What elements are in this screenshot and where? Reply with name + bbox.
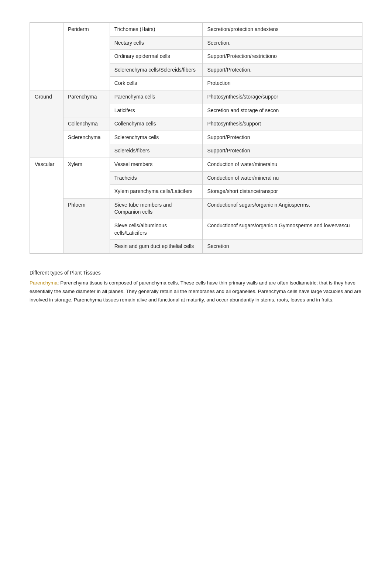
table-row: VascularXylemVessel membersConduction of…: [30, 158, 362, 171]
cell-type-cell: Sclerenchyma cells/Sclereids/fibers: [110, 63, 203, 77]
tissue-cell: Collenchyma: [63, 117, 110, 131]
cell-type-cell: Sclereids/fibers: [110, 144, 203, 158]
tissue-cell: Parenchyma: [63, 90, 110, 117]
function-cell: Protection: [203, 77, 362, 90]
desc-title: Different types of Plant Tissues: [30, 269, 362, 277]
cell-type-cell: Sieve cells/albuminous cells/Laticifers: [110, 219, 203, 239]
cell-type-cell: Vessel members: [110, 158, 203, 171]
table-row: GroundParenchymaParenchyma cellsPhotosyn…: [30, 90, 362, 104]
tissue-cell: Sclerenchyma: [63, 131, 110, 158]
cell-type-cell: Sclerenchyma cells: [110, 131, 203, 144]
cell-type-cell: Laticifers: [110, 104, 203, 117]
cell-type-cell: Nectary cells: [110, 36, 203, 50]
tissue-cell: Xylem: [63, 158, 110, 198]
tissue-cell: Periderm: [63, 23, 110, 90]
function-cell: Conductionof sugars/organic n Angiosperm…: [203, 198, 362, 219]
function-cell: Photosynthesis/support: [203, 117, 362, 131]
function-cell: Conduction of water/mineralnu: [203, 158, 362, 171]
tissue-cell: Phloem: [63, 198, 110, 253]
cell-type-cell: Collenchyma cells: [110, 117, 203, 131]
cell-type-cell: Cork cells: [110, 77, 203, 90]
cell-type-cell: Sieve tube members and Companion cells: [110, 198, 203, 219]
function-cell: Secretion/protection andextens: [203, 23, 362, 37]
function-cell: Support/Protection.: [203, 63, 362, 77]
cell-type-cell: Xylem parenchyma cells/Laticifers: [110, 185, 203, 199]
table-row: PhloemSieve tube members and Companion c…: [30, 198, 362, 219]
function-cell: Secretion and storage of secon: [203, 104, 362, 117]
cell-type-cell: Trichomes (Hairs): [110, 23, 203, 37]
function-cell: Support/Protection/restrictiono: [203, 50, 362, 63]
cell-type-cell: Parenchyma cells: [110, 90, 203, 104]
system-cell: Vascular: [30, 158, 63, 253]
function-cell: Storage/short distancetranspor: [203, 185, 362, 199]
function-cell: Support/Protection: [203, 131, 362, 144]
cell-type-cell: Resin and gum duct epithelial cells: [110, 240, 203, 253]
function-cell: Secretion.: [203, 36, 362, 50]
table-row: SclerenchymaSclerenchyma cellsSupport/Pr…: [30, 131, 362, 144]
function-cell: Photosynthesis/storage/suppor: [203, 90, 362, 104]
function-cell: Conductionof sugars/organic n Gymnosperm…: [203, 219, 362, 239]
cell-type-cell: Tracheids: [110, 171, 203, 185]
description-section: Different types of Plant Tissues Parench…: [30, 269, 362, 304]
plant-tissue-table: PeridermTrichomes (Hairs)Secretion/prote…: [30, 23, 362, 253]
parenchyma-link[interactable]: Parenchyma: [30, 280, 58, 286]
table-row: PeridermTrichomes (Hairs)Secretion/prote…: [30, 23, 362, 37]
plant-tissue-table-container: PeridermTrichomes (Hairs)Secretion/prote…: [30, 22, 362, 254]
function-cell: Conduction of water/mineral nu: [203, 171, 362, 185]
system-cell: [30, 23, 63, 90]
system-cell: Ground: [30, 90, 63, 158]
function-cell: Support/Protection: [203, 144, 362, 158]
function-cell: Secretion: [203, 240, 362, 253]
desc-body-text: : Parenchyma tissue is composed of paren…: [30, 280, 361, 303]
table-row: CollenchymaCollenchyma cellsPhotosynthes…: [30, 117, 362, 131]
page-wrapper: PeridermTrichomes (Hairs)Secretion/prote…: [7, 22, 385, 304]
cell-type-cell: Ordinary epidermal cells: [110, 50, 203, 63]
desc-body: Parenchyma: Parenchyma tissue is compose…: [30, 279, 362, 304]
